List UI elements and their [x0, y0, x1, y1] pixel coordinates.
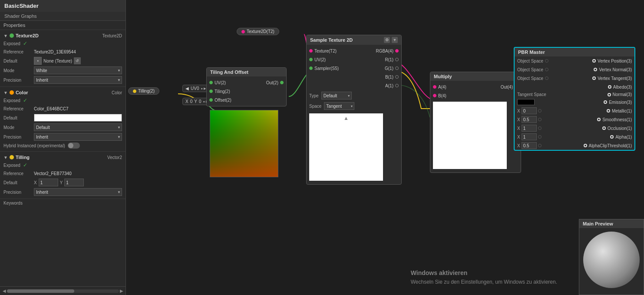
section-header: Properties — [0, 21, 125, 30]
pbr-emission-label: Emission(3) — [609, 100, 632, 105]
canvas-area[interactable]: Tilling(2) ◀ UV0 ● ▶ X 0 Y 0 ● ▶ Texture… — [126, 0, 644, 295]
tilling-x-label: X — [34, 180, 37, 185]
pbr-vertex-tangent-row: Object Space Vertex Tangent(3) — [515, 74, 634, 83]
pbr-alpha-input[interactable] — [522, 133, 537, 140]
sample-texture-rgba-label: RGBA(4) — [376, 49, 393, 53]
tilling-ref-value: Vector2_FEB77340 — [34, 171, 122, 176]
node-sample-texture[interactable]: Sample Texture 2D ⚙ ▼ Texture(T2) RGBA(4… — [306, 35, 402, 185]
scrollbar-area: ◀ ▶ — [0, 286, 126, 295]
pbr-emission-row: Emission(3) — [515, 98, 634, 106]
sample-texture-space-select[interactable]: Tangent — [324, 102, 354, 110]
tiling-offset-tiling-row: Tiling(2) — [207, 87, 286, 96]
tiling-offset-offset-port-left: Offset(2) — [209, 98, 231, 103]
scroll-right-arrow[interactable]: ▶ — [119, 288, 124, 293]
pbr-alpha-right: Alpha(1) — [610, 135, 632, 139]
hybrid-toggle[interactable] — [68, 143, 80, 149]
color-ref-row: Reference Color_E646BCC7 — [0, 104, 125, 113]
color-default-preview[interactable] — [34, 114, 122, 122]
pbr-vertex-normal-right: Vertex Normal(3) — [594, 67, 632, 72]
scrollbar-thumb — [7, 289, 74, 293]
sample-texture-type-select-wrapper: Default — [321, 92, 352, 99]
pbr-normal-port — [608, 93, 611, 96]
node-multiply[interactable]: Multiply A(4) Out(4) B(4) — [430, 72, 521, 173]
tilling-dot — [10, 155, 14, 159]
multiply-b-port — [433, 94, 436, 97]
tilling-default-xy: X Y — [34, 179, 122, 186]
texture2d-default-label: Default — [3, 59, 34, 63]
sample-texture-header: Sample Texture 2D ⚙ ▼ — [307, 35, 401, 45]
color-property: ▼ Color Color Exposed ✓ Reference Color_… — [0, 87, 125, 152]
pbr-smoothness-left: X — [517, 116, 542, 123]
color-section-title[interactable]: ▼ Color Color — [0, 89, 125, 96]
tilling-default-row: Default X Y — [0, 178, 125, 187]
pbr-vertex-normal-label: Vertex Normal(3) — [599, 67, 632, 72]
tilling-exposed-row: Exposed ✓ — [0, 161, 125, 169]
pbr-metallic-input[interactable] — [522, 107, 537, 114]
sample-texture-type-select[interactable]: Default — [321, 92, 352, 99]
tilling-x-input[interactable] — [39, 179, 58, 186]
xy-y-value: 0 — [199, 99, 201, 104]
sample-texture-settings-icon[interactable]: ⚙ — [384, 37, 390, 43]
tiling-offset-tiling-port-left: Tiling(2) — [209, 89, 230, 94]
pbr-alphaclip-left: X — [517, 142, 542, 149]
pbr-alpha-dot — [538, 135, 542, 139]
texture2d-section-title[interactable]: ▼ Texture2D Texture2D — [0, 32, 125, 40]
tiling-offset-out-port — [280, 81, 284, 84]
xy-x-value: 0 — [190, 99, 193, 104]
node-pbr-master[interactable]: PBR Master Object Space Vertex Position(… — [514, 47, 635, 151]
sample-texture-a-row: A(1) — [307, 81, 401, 90]
pbr-obj-space-2: Object Space — [517, 67, 548, 72]
color-default-row: Default — [0, 113, 125, 123]
texture2d-reset-btn[interactable]: ↺ — [74, 57, 81, 64]
pbr-smoothness-input[interactable] — [522, 116, 537, 123]
scrollbar-track[interactable] — [7, 289, 119, 293]
uv-node[interactable]: ◀ UV0 ● ▶ — [182, 85, 209, 92]
tilling-precision-row: Precision Inherit — [0, 187, 125, 197]
texture2d-exposed-check[interactable]: ✓ — [23, 40, 27, 46]
color-exposed-check[interactable]: ✓ — [23, 97, 27, 103]
pbr-albedo-port — [608, 85, 611, 89]
tilling-y-input[interactable] — [64, 179, 84, 186]
pbr-alphaclip-dot — [538, 144, 542, 147]
multiply-body: A(4) Out(4) B(4) — [430, 81, 521, 172]
texture-pill[interactable]: Texture2D(T2) — [237, 28, 279, 35]
pbr-alphaclip-x: X — [517, 143, 520, 148]
pbr-smoothness-label: Smoothness(1) — [602, 117, 632, 122]
node-tiling-offset[interactable]: Tiling And Offset UV(2) Out(2) Tiling(2) — [206, 67, 287, 106]
pbr-alphaclip-row: X AlphaClipThreshold(1) — [515, 141, 634, 150]
sample-texture-sampler-row: Sampler(S5) G(1) — [307, 64, 401, 73]
pbr-master-header: PBR Master — [515, 48, 634, 56]
pbr-occlusion-port — [602, 126, 606, 130]
preview-header: Main Preview — [579, 219, 644, 228]
texture2d-mode-select[interactable]: White — [34, 66, 122, 74]
pbr-emission-color-box[interactable] — [517, 99, 535, 105]
pbr-occlusion-input[interactable] — [522, 125, 537, 132]
tiling-offset-out-label: Out(2) — [266, 80, 278, 85]
pbr-obj-space-1-port — [545, 59, 548, 63]
texture2d-precision-select[interactable]: Inherit — [34, 76, 122, 84]
pbr-occlusion-right: Occlusion(1) — [602, 126, 632, 131]
sample-texture-icons: ⚙ ▼ — [384, 37, 398, 43]
pbr-obj-space-1-label: Object Space — [517, 59, 543, 63]
sample-texture-r-port — [395, 58, 399, 61]
color-mode-select[interactable]: Default — [34, 123, 122, 131]
tilling-prop-type: Vector2 — [107, 155, 122, 160]
pbr-alpha-x: X — [517, 135, 520, 139]
texture2d-dot — [10, 33, 14, 38]
color-precision-select[interactable]: Inherit — [34, 133, 122, 141]
pbr-alphaclip-input[interactable] — [522, 142, 537, 149]
pbr-vertex-pos-right: Vertex Position(3) — [592, 59, 632, 63]
tilling-exposed-check[interactable]: ✓ — [23, 162, 27, 168]
multiply-b-left: B(4) — [433, 93, 446, 98]
tilling-precision-select[interactable]: Inherit — [34, 188, 122, 196]
pbr-occlusion-label: Occlusion(1) — [608, 126, 632, 131]
sample-texture-expand-icon[interactable]: ▼ — [392, 37, 398, 43]
tiling-offset-out-port-right: Out(2) — [266, 80, 284, 85]
tilling-section-title[interactable]: ▼ Tilling Vector2 — [0, 153, 125, 161]
color-ref-label: Reference — [3, 106, 34, 111]
multiply-preview — [433, 102, 507, 169]
pbr-obj-space-1: Object Space — [517, 59, 548, 63]
texture-pill-label: Texture2D(T2) — [247, 29, 274, 34]
scroll-left-arrow[interactable]: ◀ — [2, 288, 7, 293]
tilling-pill[interactable]: Tilling(2) — [128, 87, 159, 95]
